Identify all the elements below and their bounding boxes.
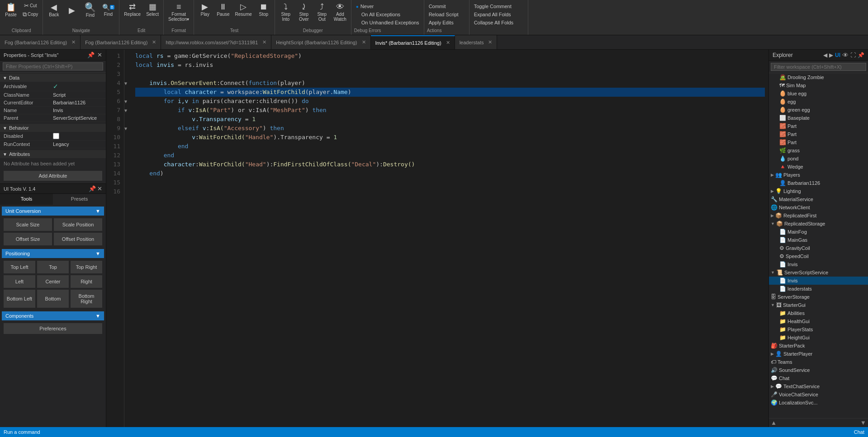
tree-item-teams[interactable]: 🏷 Teams: [769, 358, 868, 366]
tree-item-startergui[interactable]: ▼ 🖼 StarterGui: [769, 301, 868, 309]
tab-url[interactable]: http://www.roblox.com/asset/?id=1311981 …: [161, 35, 271, 50]
replace-button[interactable]: ⇄ Replace: [122, 2, 142, 18]
explorer-nav-right[interactable]: ▶: [829, 52, 833, 58]
tab-presets[interactable]: Presets: [53, 194, 106, 205]
attributes-section-header[interactable]: ▼ Attributes: [0, 150, 106, 158]
resume-button[interactable]: ▷ Resume: [233, 2, 254, 18]
step-out-button[interactable]: ⤴ StepOut: [314, 2, 330, 23]
tree-item-leaderstats[interactable]: 📄 leaderstats: [769, 285, 868, 293]
tree-item-grass[interactable]: 🌿 grass: [769, 146, 868, 155]
tree-item-blue-egg[interactable]: 🥚 blue egg: [769, 89, 868, 98]
add-watch-button[interactable]: 👁 AddWatch: [332, 2, 348, 23]
fold-6[interactable]: ▼: [124, 97, 132, 106]
explorer-ui-toggle[interactable]: UI: [835, 52, 840, 58]
format-button[interactable]: ≡ FormatSelection▾: [166, 2, 191, 23]
tree-item-starterpack[interactable]: 🎒 StarterPack: [769, 342, 868, 350]
scale-position-button[interactable]: Scale Position: [54, 218, 102, 231]
on-all-exceptions-item[interactable]: On All Exceptions: [354, 11, 421, 18]
scroll-up-button[interactable]: ▲: [771, 419, 777, 426]
tree-item-barbarian1126[interactable]: 👤 Barbarian1126: [769, 179, 868, 187]
tab-invis[interactable]: Invis* (Barbarian1126 Editing) ✕: [371, 35, 455, 50]
tree-item-abilities[interactable]: 📁 Abilities: [769, 309, 868, 317]
add-attribute-button[interactable]: Add Attribute: [4, 171, 102, 181]
offset-size-button[interactable]: Offset Size: [4, 233, 52, 245]
tree-item-networkclient[interactable]: 🌐 NetworkClient: [769, 203, 868, 211]
tree-item-invis-rep[interactable]: 📄 Invis: [769, 260, 868, 268]
preferences-button[interactable]: Preferences: [4, 323, 102, 334]
step-into-button[interactable]: ⤵ StepInto: [278, 2, 294, 23]
ui-tools-close-button[interactable]: ✕: [97, 185, 102, 192]
tree-item-chat[interactable]: 💬 Chat: [769, 374, 868, 382]
explorer-pin-button[interactable]: 📌: [858, 52, 864, 58]
stop-button[interactable]: ⏹ Stop: [256, 2, 272, 18]
scale-size-button[interactable]: Scale Size: [4, 218, 52, 231]
fold-9[interactable]: ▼: [124, 124, 132, 133]
tab-url-close[interactable]: ✕: [262, 39, 266, 45]
tree-item-replicatedfirst[interactable]: ▶ 📦 ReplicatedFirst: [769, 211, 868, 220]
bottom-right-button[interactable]: Bottom Right: [71, 290, 102, 308]
commit-item[interactable]: Commit: [427, 3, 460, 10]
tree-item-soundservice[interactable]: 🔊 SoundService: [769, 366, 868, 374]
data-section-header[interactable]: ▼ Data: [0, 74, 106, 82]
tree-item-voicechatservice[interactable]: 🎤 VoiceChatService: [769, 390, 868, 399]
ui-tools-pin-button[interactable]: 📌: [89, 185, 96, 192]
pause-button[interactable]: ⏸ Pause: [215, 2, 231, 18]
step-over-button[interactable]: ⤸ StepOver: [296, 2, 312, 23]
tree-item-localizationservice[interactable]: 🌍 LocalizationSvc...: [769, 399, 868, 407]
tree-item-heightgui[interactable]: 📁 HeightGui: [769, 334, 868, 342]
tab-heightscript[interactable]: HeightScript (Barbarian1126 Editing) ✕: [271, 35, 370, 50]
disabled-checkbox[interactable]: [53, 133, 59, 139]
tree-item-part1[interactable]: 🧱 Part: [769, 122, 868, 130]
tree-item-green-egg[interactable]: 🥚 green egg: [769, 106, 868, 114]
explorer-expand-button[interactable]: ⛶: [850, 52, 856, 58]
never-item[interactable]: ● Never: [354, 3, 421, 10]
reload-script-item[interactable]: Reload Script: [427, 11, 460, 18]
tab-leaderstats[interactable]: leaderstats ✕: [455, 35, 498, 50]
tree-item-gravitycoil[interactable]: ⚙ GravityCoil: [769, 244, 868, 252]
tree-item-pond[interactable]: 💧 pond: [769, 155, 868, 163]
tab-heightscript-close[interactable]: ✕: [362, 39, 366, 45]
center-button[interactable]: Center: [37, 275, 69, 288]
tree-item-sim-map[interactable]: 🗺 Sim Map: [769, 81, 868, 89]
top-left-button[interactable]: Top Left: [4, 261, 35, 273]
forward-button[interactable]: ▶: [64, 5, 80, 15]
toggle-comment-item[interactable]: Toggle Comment: [472, 3, 515, 10]
fold-4[interactable]: ▼: [124, 79, 132, 88]
tree-item-mainfog[interactable]: 📄 MainFog: [769, 228, 868, 236]
tab-tools[interactable]: Tools: [0, 194, 53, 205]
explorer-eye-button[interactable]: 👁: [842, 52, 849, 59]
offset-position-button[interactable]: Offset Position: [54, 233, 102, 245]
on-unhandled-exceptions-item[interactable]: On Unhandled Exceptions: [354, 19, 421, 26]
tree-item-playerstats[interactable]: 📁 PlayerStats: [769, 325, 868, 334]
top-button[interactable]: Top: [37, 261, 69, 273]
copy-button[interactable]: ⧉ Copy: [21, 10, 40, 18]
explorer-search-input[interactable]: [771, 63, 866, 71]
tree-item-maindgas[interactable]: 📄 MainGas: [769, 236, 868, 244]
bottom-left-button[interactable]: Bottom Left: [4, 290, 35, 308]
paste-button[interactable]: 📋 Paste: [3, 2, 19, 18]
tree-item-speedcoil[interactable]: ⚙ SpeedCoil: [769, 252, 868, 260]
tree-item-wedge[interactable]: 🔺 Wedge: [769, 163, 868, 171]
tab-invis-close[interactable]: ✕: [446, 40, 450, 46]
behavior-section-header[interactable]: ▼ Behavior: [0, 124, 106, 132]
properties-close-button[interactable]: ✕: [97, 52, 102, 58]
tree-item-egg[interactable]: 🥚 egg: [769, 98, 868, 106]
tab-leaderstats-close[interactable]: ✕: [488, 39, 492, 45]
tree-item-starterplayer[interactable]: ▶ 👤 StarterPlayer: [769, 350, 868, 358]
code-content[interactable]: 1 2 3 4 5 6 7 8 9 10 11 12 13 14 15 16: [106, 50, 768, 427]
find2-button[interactable]: 🔍B Find: [100, 3, 116, 18]
tab-fog2-close[interactable]: ✕: [152, 39, 156, 45]
tab-fog2[interactable]: Fog (Barbarian1126 Editing) ✕: [81, 35, 161, 50]
tree-item-materialservice[interactable]: 🔧 MaterialService: [769, 195, 868, 203]
select-button[interactable]: ▦ Select: [144, 2, 161, 18]
tree-item-drooling-zombie[interactable]: 🧟 Drooling Zombie: [769, 73, 868, 81]
collapse-all-folds-item[interactable]: Collapse All Folds: [472, 19, 515, 26]
scroll-down-button[interactable]: ▼: [860, 419, 866, 426]
tree-item-lighting[interactable]: ▶ 💡 Lighting: [769, 187, 868, 195]
expand-all-folds-item[interactable]: Expand All Folds: [472, 11, 515, 18]
tree-item-part2[interactable]: 🧱 Part: [769, 130, 868, 138]
right-button[interactable]: Right: [71, 275, 102, 288]
cut-button[interactable]: ✂ Cut: [21, 2, 40, 9]
tree-item-invis-script[interactable]: 📄 Invis: [769, 277, 868, 285]
back-button[interactable]: ◀ Back: [46, 2, 62, 18]
